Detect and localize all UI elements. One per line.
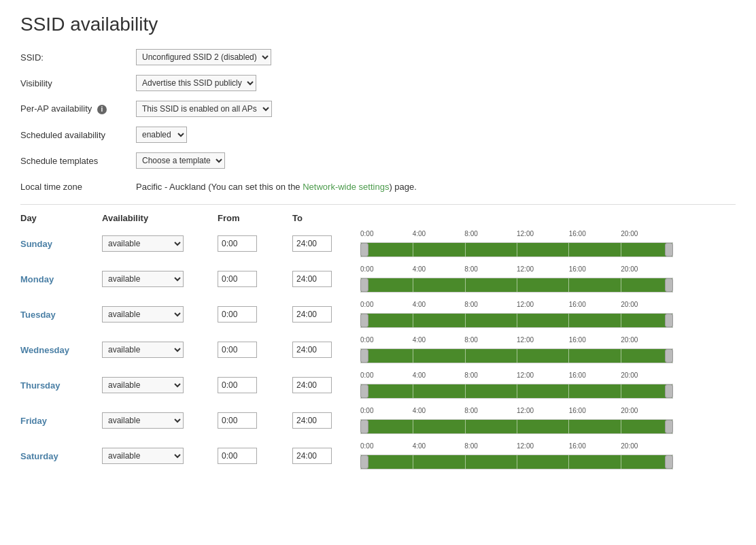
day-block-tuesday: Tuesday available unavailable 0:004:008:…: [20, 301, 736, 328]
table-header: Day Availability From To: [20, 213, 736, 226]
chart-time-label: 4:00: [413, 407, 426, 414]
from-input[interactable]: [218, 271, 257, 287]
chart-container: 0:004:008:0012:0016:0020:00: [360, 230, 673, 257]
from-input[interactable]: [218, 377, 257, 393]
chart-time-label: 8:00: [464, 371, 477, 379]
day-from: [218, 342, 292, 358]
from-input[interactable]: [218, 342, 257, 358]
day-block-wednesday: Wednesday available unavailable 0:004:00…: [20, 336, 736, 363]
ssid-row: SSID: Unconfigured SSID 2 (disabled): [20, 48, 736, 67]
per-ap-select[interactable]: This SSID is enabled on all APs: [136, 101, 272, 117]
chart-handle-right[interactable]: [665, 455, 673, 469]
templates-select[interactable]: Choose a template: [136, 152, 225, 169]
day-block-monday: Monday available unavailable 0:004:008:0…: [20, 265, 736, 293]
chart-bar-area[interactable]: [360, 419, 673, 434]
to-input[interactable]: [292, 271, 332, 287]
day-chart: 0:004:008:0012:0016:0020:00: [360, 230, 736, 257]
chart-time-label: 20:00: [621, 336, 638, 344]
from-input[interactable]: [218, 235, 257, 252]
to-input[interactable]: [292, 235, 332, 252]
availability-select[interactable]: available unavailable: [102, 306, 184, 323]
days-container: Sunday available unavailable 0:004:008:0…: [20, 230, 736, 469]
chart-time-label: 16:00: [569, 336, 586, 344]
chart-handle-right[interactable]: [665, 243, 673, 257]
day-from: [218, 235, 292, 252]
chart-handle-left[interactable]: [360, 455, 368, 469]
day-availability: available unavailable: [102, 412, 218, 429]
day-chart: 0:004:008:0012:0016:0020:00: [360, 371, 736, 399]
chart-handle-right[interactable]: [665, 384, 673, 398]
to-input[interactable]: [292, 342, 332, 358]
visibility-row: Visibility Advertise this SSID publicly: [20, 73, 736, 93]
availability-select[interactable]: available unavailable: [102, 377, 184, 393]
day-availability: available unavailable: [102, 271, 218, 287]
chart-bar: [361, 384, 672, 398]
per-ap-control: This SSID is enabled on all APs: [136, 101, 272, 117]
day-block-sunday: Sunday available unavailable 0:004:008:0…: [20, 230, 736, 257]
chart-labels: 0:004:008:0012:0016:0020:00: [360, 230, 673, 241]
chart-bar-area[interactable]: [360, 278, 673, 293]
chart-labels: 0:004:008:0012:0016:0020:00: [360, 442, 673, 453]
chart-time-label: 8:00: [464, 336, 477, 344]
day-block-friday: Friday available unavailable 0:004:008:0…: [20, 407, 736, 434]
ssid-control: Unconfigured SSID 2 (disabled): [136, 49, 271, 65]
scheduled-select[interactable]: enabled disabled: [136, 127, 187, 143]
to-input[interactable]: [292, 306, 332, 323]
chart-bar-area[interactable]: [360, 384, 673, 399]
day-availability: available unavailable: [102, 377, 218, 393]
day-from: [218, 377, 292, 393]
day-name: Saturday: [20, 451, 102, 461]
day-availability: available unavailable: [102, 342, 218, 358]
chart-time-label: 4:00: [413, 230, 426, 237]
col-header-from: From: [218, 213, 292, 223]
availability-select[interactable]: available unavailable: [102, 448, 184, 464]
availability-select[interactable]: available unavailable: [102, 412, 184, 429]
day-availability: available unavailable: [102, 235, 218, 252]
day-chart: 0:004:008:0012:0016:0020:00: [360, 442, 736, 469]
chart-handle-right[interactable]: [665, 278, 673, 292]
to-input[interactable]: [292, 448, 332, 464]
availability-select[interactable]: available unavailable: [102, 342, 184, 358]
to-input[interactable]: [292, 412, 332, 429]
chart-handle-left[interactable]: [360, 349, 368, 363]
chart-handle-left[interactable]: [360, 420, 368, 433]
chart-bar-area[interactable]: [360, 455, 673, 469]
chart-bar-area[interactable]: [360, 242, 673, 257]
day-row: Tuesday available unavailable 0:004:008:…: [20, 301, 736, 328]
chart-labels: 0:004:008:0012:0016:0020:00: [360, 371, 673, 382]
chart-time-label: 0:00: [360, 265, 373, 273]
day-to: [292, 412, 360, 429]
chart-handle-right[interactable]: [665, 420, 673, 433]
to-input[interactable]: [292, 377, 332, 393]
chart-handle-right[interactable]: [665, 349, 673, 363]
ssid-label: SSID:: [20, 52, 136, 63]
chart-time-label: 12:00: [517, 230, 534, 237]
chart-time-label: 0:00: [360, 407, 373, 414]
chart-bar-area[interactable]: [360, 313, 673, 328]
chart-time-label: 16:00: [569, 301, 586, 308]
chart-time-label: 20:00: [621, 265, 638, 273]
chart-bar: [361, 243, 672, 257]
chart-handle-left[interactable]: [360, 243, 368, 257]
chart-handle-right[interactable]: [665, 314, 673, 327]
timezone-row: Local time zone Pacific - Auckland (You …: [20, 177, 736, 196]
chart-bar-area[interactable]: [360, 348, 673, 363]
visibility-select[interactable]: Advertise this SSID publicly: [136, 75, 256, 91]
from-input[interactable]: [218, 448, 257, 464]
chart-time-label: 16:00: [569, 371, 586, 379]
chart-time-label: 12:00: [517, 371, 534, 379]
availability-select[interactable]: available unavailable: [102, 271, 184, 287]
chart-handle-left[interactable]: [360, 384, 368, 398]
per-ap-info-icon[interactable]: i: [97, 105, 107, 114]
chart-time-label: 20:00: [621, 371, 638, 379]
chart-handle-left[interactable]: [360, 278, 368, 292]
availability-select[interactable]: available unavailable: [102, 235, 184, 252]
chart-labels: 0:004:008:0012:0016:0020:00: [360, 265, 673, 276]
chart-handle-left[interactable]: [360, 314, 368, 327]
from-input[interactable]: [218, 306, 257, 323]
scheduled-control: enabled disabled: [136, 127, 187, 143]
day-row: Sunday available unavailable 0:004:008:0…: [20, 230, 736, 257]
ssid-select[interactable]: Unconfigured SSID 2 (disabled): [136, 49, 271, 65]
network-wide-settings-link[interactable]: Network-wide settings: [303, 182, 389, 192]
from-input[interactable]: [218, 412, 257, 429]
